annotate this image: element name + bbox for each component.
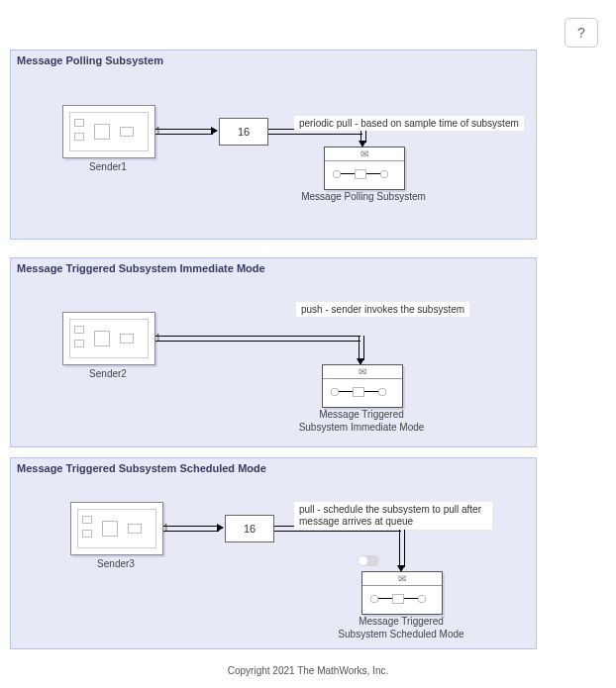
sender-label: Sender1 (62, 161, 154, 172)
glyph (366, 173, 380, 174)
glyph (128, 524, 142, 534)
signal-line (155, 336, 360, 342)
panel-scheduled: Message Triggered Subsystem Scheduled Mo… (10, 457, 537, 649)
panel-polling: Message Polling Subsystem 1 Sender1 16 p… (10, 49, 537, 240)
panel-title: Message Polling Subsystem (17, 54, 163, 66)
glyph (331, 388, 339, 396)
glyph (94, 124, 110, 140)
glyph (404, 598, 418, 599)
glyph (82, 516, 92, 524)
panel-title: Message Triggered Subsystem Immediate Mo… (17, 262, 265, 274)
queue-capacity: 16 (244, 523, 256, 535)
glyph (355, 169, 366, 179)
message-icon: ✉ (359, 366, 366, 377)
subsystem-body (323, 379, 402, 406)
annotation: push - sender invokes the subsystem (296, 302, 469, 317)
glyph (94, 331, 110, 346)
glyph (341, 173, 355, 174)
copyright-text: Copyright 2021 The MathWorks, Inc. (0, 665, 616, 676)
sender-block-3[interactable] (70, 502, 163, 555)
subsystem-label: Message Polling Subsystem (294, 191, 433, 204)
sender-block-2[interactable] (62, 312, 155, 365)
glyph (378, 388, 386, 396)
subsystem-body (362, 586, 442, 613)
arrow-icon (211, 127, 218, 135)
signal-line (155, 129, 213, 135)
glyph (392, 594, 404, 604)
subsystem-label: Message Triggered Subsystem Immediate Mo… (292, 409, 431, 434)
signal-line (399, 526, 405, 567)
signal-line (163, 526, 219, 532)
subsystem-polling[interactable]: ✉ (324, 147, 405, 190)
subsystem-immediate[interactable]: ✉ (322, 364, 403, 408)
subsystem-trigger-bar: ✉ (362, 572, 442, 586)
message-icon: ✉ (398, 573, 406, 584)
glyph (333, 170, 341, 178)
subsystem-trigger-bar: ✉ (323, 365, 402, 379)
glyph (364, 391, 378, 392)
message-icon: ✉ (360, 148, 368, 159)
glyph (353, 387, 364, 397)
annotation: pull - schedule the subsystem to pull af… (294, 502, 492, 530)
subsystem-trigger-bar: ✉ (325, 147, 404, 161)
help-button[interactable]: ? (565, 18, 598, 48)
sender-interior (69, 319, 149, 358)
panel-title: Message Triggered Subsystem Scheduled Mo… (17, 462, 266, 474)
glyph (74, 119, 84, 127)
subsystem-scheduled[interactable]: ✉ (361, 571, 443, 615)
signal-line (359, 336, 364, 360)
glyph (339, 391, 353, 392)
subsystem-label: Message Triggered Subsystem Scheduled Mo… (332, 616, 470, 640)
glyph (380, 170, 388, 178)
sender-block-1[interactable] (62, 105, 155, 158)
sender-interior (77, 509, 156, 548)
panel-immediate: Message Triggered Subsystem Immediate Mo… (10, 257, 537, 447)
glyph (378, 598, 392, 599)
annotation: periodic pull - based on sample time of … (294, 116, 524, 131)
schedule-toggle[interactable] (358, 555, 379, 566)
glyph (120, 127, 134, 137)
subsystem-body (325, 161, 404, 188)
queue-block[interactable]: 16 (225, 515, 274, 542)
simulink-canvas: ? Message Polling Subsystem 1 Sender1 16… (0, 0, 616, 688)
glyph (370, 595, 378, 603)
sender-label: Sender3 (70, 558, 161, 569)
glyph (418, 595, 426, 603)
queue-capacity: 16 (238, 126, 250, 138)
queue-block[interactable]: 16 (219, 118, 268, 146)
glyph (74, 133, 84, 141)
glyph (74, 340, 84, 347)
glyph (74, 326, 84, 334)
sender-interior (69, 112, 149, 151)
sender-label: Sender2 (62, 368, 154, 379)
arrow-icon (217, 524, 224, 532)
glyph (82, 530, 92, 538)
glyph (120, 334, 134, 344)
glyph (102, 521, 118, 537)
